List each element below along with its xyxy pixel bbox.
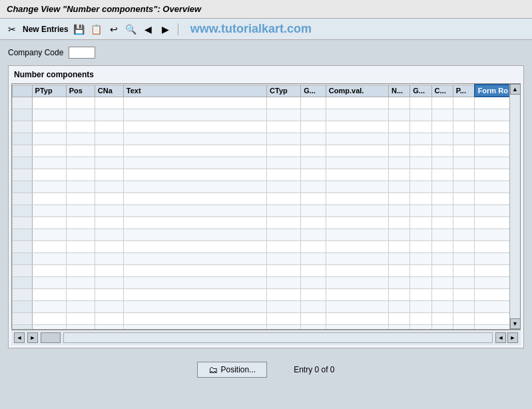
table-row[interactable] xyxy=(13,228,520,240)
table-row[interactable] xyxy=(13,324,520,329)
table-cell xyxy=(32,121,66,133)
nav-left-button[interactable]: ◄ xyxy=(14,332,25,343)
h-scroll-right-button[interactable]: ► xyxy=(507,332,518,343)
table-cell xyxy=(453,109,474,121)
table-cell xyxy=(95,204,123,216)
table-cell xyxy=(32,169,66,181)
position-button[interactable]: 🗂 Position... xyxy=(197,362,267,378)
table-row[interactable] xyxy=(13,288,520,300)
table-row[interactable] xyxy=(13,276,520,288)
table-cell xyxy=(431,264,453,276)
table-row[interactable] xyxy=(13,157,520,169)
table-row[interactable] xyxy=(13,264,520,276)
table-cell xyxy=(32,240,66,252)
table-cell xyxy=(410,169,431,181)
title-bar: Change View "Number components": Overvie… xyxy=(0,0,532,19)
col-header-sel xyxy=(13,85,33,97)
table-cell xyxy=(389,193,410,204)
table-cell xyxy=(431,157,453,169)
table-cell xyxy=(389,204,410,216)
table-row[interactable] xyxy=(13,181,520,193)
document-icon[interactable]: 📋 xyxy=(90,23,103,36)
table-row[interactable] xyxy=(13,312,520,324)
nav-right-button[interactable]: ► xyxy=(27,332,38,343)
table-cell xyxy=(32,216,66,228)
table-row[interactable] xyxy=(13,133,520,145)
table-row[interactable] xyxy=(13,240,520,252)
table-cell xyxy=(431,193,453,204)
table-cell xyxy=(410,276,431,288)
table-cell xyxy=(123,181,266,193)
scroll-up-button[interactable]: ▲ xyxy=(510,84,521,95)
table-cell xyxy=(326,300,388,312)
table-cell xyxy=(66,145,95,157)
table-cell xyxy=(66,109,95,121)
table-cell xyxy=(66,288,95,300)
save-icon[interactable]: 💾 xyxy=(73,23,86,36)
table-cell xyxy=(13,324,33,329)
table-cell xyxy=(95,157,123,169)
col-header-cna: CNa xyxy=(95,85,123,97)
h-scroll-thumb[interactable] xyxy=(41,332,61,343)
table-cell xyxy=(453,204,474,216)
table-cell xyxy=(66,300,95,312)
table-cell xyxy=(326,145,388,157)
table-cell xyxy=(13,240,33,252)
table-cell xyxy=(301,228,326,240)
table-cell xyxy=(326,276,388,288)
table-cell xyxy=(389,252,410,264)
table-cell xyxy=(410,145,431,157)
col-header-c: C... xyxy=(431,85,453,97)
next-icon[interactable]: ▶ xyxy=(159,23,172,36)
table-row[interactable] xyxy=(13,169,520,181)
h-scroll-right: ◄ ► xyxy=(495,332,518,343)
table-cell xyxy=(301,169,326,181)
table-row[interactable] xyxy=(13,109,520,121)
table-row[interactable] xyxy=(13,97,520,109)
table-cell xyxy=(32,276,66,288)
scroll-down-button[interactable]: ▼ xyxy=(510,318,521,329)
new-entries-label[interactable]: New Entries xyxy=(23,25,69,34)
table-cell xyxy=(95,240,123,252)
table-container[interactable]: PTyp Pos CNa Text CTyp G... Comp.val. N.… xyxy=(12,84,520,329)
table-row[interactable] xyxy=(13,121,520,133)
table-cell xyxy=(123,157,266,169)
table-cell xyxy=(301,157,326,169)
company-code-label: Company Code xyxy=(8,48,63,57)
h-scroll-track[interactable] xyxy=(63,332,493,343)
table-cell xyxy=(95,181,123,193)
table-row[interactable] xyxy=(13,252,520,264)
table-cell xyxy=(123,300,266,312)
table-cell xyxy=(301,193,326,204)
table-cell xyxy=(389,169,410,181)
table-cell xyxy=(389,133,410,145)
table-cell xyxy=(66,264,95,276)
company-code-input[interactable] xyxy=(69,47,95,59)
table-cell xyxy=(123,169,266,181)
prev-icon[interactable]: ◀ xyxy=(142,23,155,36)
table-cell xyxy=(267,157,301,169)
data-table: PTyp Pos CNa Text CTyp G... Comp.val. N.… xyxy=(12,84,520,329)
h-scroll-left-button[interactable]: ◄ xyxy=(495,332,506,343)
table-cell xyxy=(389,145,410,157)
undo-icon[interactable]: ↩ xyxy=(107,23,121,36)
find-icon[interactable]: 🔍 xyxy=(125,23,138,36)
table-cell xyxy=(326,288,388,300)
table-row[interactable] xyxy=(13,204,520,216)
table-cell xyxy=(66,216,95,228)
table-cell xyxy=(410,121,431,133)
table-row[interactable] xyxy=(13,300,520,312)
bottom-bar: ◄ ► ◄ ► xyxy=(11,330,521,345)
table-row[interactable] xyxy=(13,145,520,157)
table-cell xyxy=(13,169,33,181)
table-cell xyxy=(95,228,123,240)
table-row[interactable] xyxy=(13,193,520,204)
table-cell xyxy=(13,228,33,240)
separator xyxy=(178,23,178,35)
col-header-ctyp: CTyp xyxy=(267,85,301,97)
position-button-label: Position... xyxy=(220,365,256,374)
table-row[interactable] xyxy=(13,216,520,228)
table-cell xyxy=(326,157,388,169)
vertical-scrollbar[interactable]: ▲ ▼ xyxy=(509,84,520,329)
table-cell xyxy=(453,312,474,324)
